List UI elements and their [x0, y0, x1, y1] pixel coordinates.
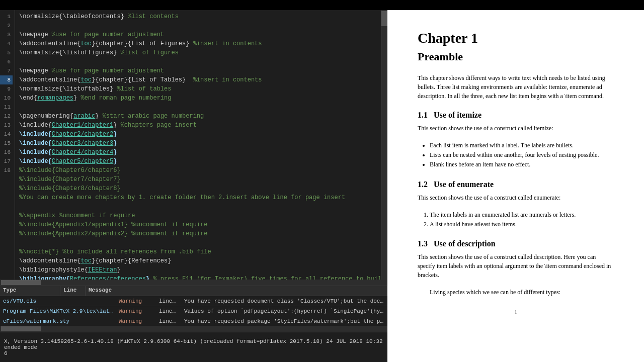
log-msg-1: You have requested document class 'Class… [181, 298, 387, 304]
code-line-7: \newpage %use for page number adjustment [19, 66, 377, 75]
preview-content: Chapter 1 Preamble This chapter shows di… [387, 10, 644, 362]
editor-panel: 1 2 3 4 5 6 7 8 9 10 11 12 13 14 15 16 1 [0, 10, 387, 362]
code-line-19: %\include{Chapter7/chapter7} [19, 175, 377, 184]
code-line-10: \end{romanpages} %end roman page numberi… [19, 94, 377, 103]
code-line-12: \pagenumbering{arabic} %start arabic pag… [19, 112, 377, 121]
code-line-18: %\include{Chapter6/chapter6} [19, 166, 377, 175]
line-num-12: 12 [0, 112, 13, 121]
line-num-14: 14 [0, 130, 13, 139]
log-col-type-header: Type [0, 286, 60, 296]
log-row-1[interactable]: es/VTU.cls Warning line 1 You have reque… [0, 296, 387, 306]
status-line-2: ended mode [4, 344, 383, 350]
code-editor[interactable]: \normalsize{\tableofcontents} %list cont… [15, 10, 381, 280]
line-num-5: 5 [0, 48, 13, 57]
preview-preamble-title: Preamble [418, 50, 614, 63]
code-line-28: \addcontentsline{toc}{chapter}{Reference… [19, 256, 377, 265]
status-line-3: 6 [4, 350, 383, 356]
scrollbar-thumb[interactable] [381, 11, 387, 26]
log-h-thumb[interactable] [1, 326, 41, 331]
horizontal-scroll[interactable] [0, 280, 387, 286]
preview-section2-intro: This section shows the use of a construc… [418, 193, 614, 202]
log-panel: Type Line Message es/VTU.cls Warning lin… [0, 286, 387, 326]
code-line-26 [19, 238, 377, 247]
log-msg-3: You have requested package 'StyleFiles/w… [181, 318, 387, 324]
itemize-item-1: Each list item is marked with a label. T… [430, 141, 614, 150]
code-line-27: %\nocite{*} %to include all references f… [19, 247, 377, 256]
code-line-21: %You can create more chapters by 1. crea… [19, 193, 377, 202]
log-type-3: Warning [116, 318, 156, 324]
line-num-11: 11 [0, 103, 13, 112]
preview-section-1: 1.1 Use of itemize [418, 111, 614, 120]
itemize-item-3: Blank lines before an item have no effec… [430, 160, 614, 169]
log-msg-2: Values of option `pdfpagelayout':(hyperr… [181, 308, 387, 314]
log-header: Type Line Message [0, 286, 387, 296]
top-bar [0, 0, 644, 10]
editor-container: 1 2 3 4 5 6 7 8 9 10 11 12 13 14 15 16 1 [0, 10, 381, 280]
line-num-8: 8 [0, 75, 13, 84]
status-bar: X, Version 3.14159265-2.6-1.40.18 (MiKTe… [0, 332, 387, 362]
code-line-24: %\include{Appendix1/appendix1} %uncommen… [19, 220, 377, 229]
line-num-15: 15 [0, 139, 13, 148]
section-3-number: 1.3 [418, 239, 428, 248]
line-num-16: 16 [0, 148, 13, 157]
log-line-1: line 1 [156, 298, 181, 304]
line-num-9: 9 [0, 84, 13, 94]
log-col-line-header: Line [60, 286, 86, 296]
line-num-10: 10 [0, 94, 13, 103]
code-line-9: \normalsize{\listoftables} %list of tabl… [19, 84, 377, 94]
line-numbers: 1 2 3 4 5 6 7 8 9 10 11 12 13 14 15 16 1 [0, 10, 15, 280]
log-row-3[interactable]: eFiles/watermark.sty Warning line 1 You … [0, 316, 387, 326]
log-type-2: Warning [116, 308, 156, 314]
preview-section3-intro: This section shows the use of a construc… [418, 252, 614, 280]
log-file-3: eFiles/watermark.sty [0, 318, 116, 324]
status-line-1: X, Version 3.14159265-2.6-1.40.18 (MiKTe… [4, 338, 383, 344]
line-num-3: 3 [0, 30, 13, 39]
editor-scrollbar[interactable] [381, 10, 387, 280]
section-1-title: Use of itemize [434, 111, 481, 119]
preview-chapter-title: Chapter 1 [418, 30, 614, 46]
preview-section-2: 1.2 Use of enumerate [418, 180, 614, 189]
line-num-18: 18 [0, 166, 13, 175]
code-line-15: \include{Chapter3/chapter3} [19, 139, 377, 148]
line-num-4: 4 [0, 39, 13, 48]
log-file-1: es/VTU.cls [0, 298, 116, 304]
log-line-3: line 1 [156, 318, 181, 324]
preview-itemize-list: Each list item is marked with a label. T… [430, 141, 614, 170]
section-3-title: Use of description [434, 239, 496, 248]
line-num-13: 13 [0, 121, 13, 130]
log-type-1: Warning [116, 298, 156, 304]
log-col-msg-header: Message [86, 286, 387, 296]
code-line-8: \addcontentsline{toc}{chapter}{List of T… [19, 75, 377, 84]
line-num-1: 1 [0, 12, 13, 21]
line-num-7: 7 [0, 66, 13, 75]
code-line-5: \normalsize{\listoffigures} %list of fig… [19, 48, 377, 57]
code-line-17: \include{Chapter5/chapter5} [19, 157, 377, 166]
preview-intro-text: This chapter shows different ways to wri… [418, 73, 614, 101]
code-line-2 [19, 21, 377, 30]
code-line-30: \bibliography{References/references} % p… [19, 275, 377, 280]
preview-enumerate-list: The item labels in an enumerated list ar… [430, 210, 614, 229]
enum-item-2: A list should have atleast two items. [430, 220, 614, 229]
code-line-20: %\include{Chapter8/chapter8} [19, 184, 377, 193]
itemize-item-2: Lists can be nested within one another, … [430, 150, 614, 160]
log-horizontal-scroll[interactable] [0, 326, 387, 332]
line-num-17: 17 [0, 157, 13, 166]
code-line-29: \bibliographystyle{IEEEtran} [19, 265, 377, 275]
horizontal-thumb[interactable] [1, 280, 41, 285]
code-line-13: \include{Chapter1/chapter1} %chapters pa… [19, 121, 377, 130]
code-line-6 [19, 57, 377, 66]
preview-panel: Chapter 1 Preamble This chapter shows di… [387, 10, 644, 362]
preview-page-number: 1 [418, 307, 614, 317]
preview-indent-text: Living species which we see can be of di… [430, 288, 614, 297]
code-line-4: \addcontentsline{toc}{chapter}{List of F… [19, 39, 377, 48]
code-line-1: \normalsize{\tableofcontents} %list cont… [19, 12, 377, 21]
preview-section1-intro: This section shows the use of a construc… [418, 124, 614, 133]
line-num-2: 2 [0, 21, 13, 30]
section-1-number: 1.1 [418, 111, 428, 119]
log-line-2: line 1 [156, 308, 181, 314]
preview-section-3: 1.3 Use of description [418, 239, 614, 248]
code-line-14: \include{Chapter2/chapter2} [19, 130, 377, 139]
code-line-11 [19, 103, 377, 112]
line-num-6: 6 [0, 57, 13, 66]
log-row-2[interactable]: Program Files\MiKTeX 2.9\tex\latex\hyper… [0, 306, 387, 316]
